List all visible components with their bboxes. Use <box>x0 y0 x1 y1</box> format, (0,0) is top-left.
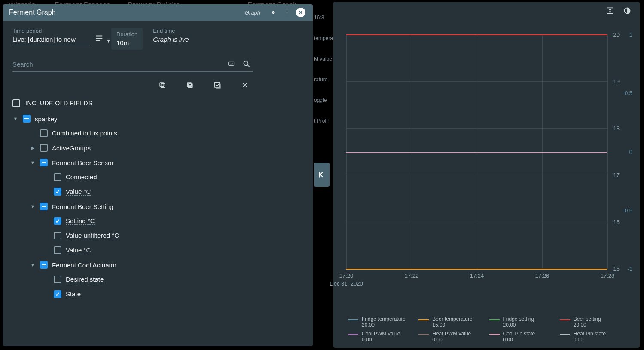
caret-icon[interactable]: ▼ <box>30 160 36 165</box>
theme-icon[interactable] <box>623 6 632 15</box>
collapse-icon[interactable] <box>267 6 279 18</box>
tree-item[interactable]: Combined influx points <box>12 126 303 141</box>
tree-checkbox[interactable] <box>54 217 61 225</box>
tree-checkbox[interactable] <box>23 115 31 123</box>
tree-checkbox[interactable] <box>40 203 48 210</box>
include-old-checkbox[interactable] <box>12 99 20 107</box>
legend-swatch <box>418 334 429 335</box>
dialog-title: Ferment Graph <box>9 9 245 16</box>
series-line <box>346 34 607 35</box>
caret-icon[interactable]: ▶ <box>30 145 36 151</box>
y1-tick-label: 20 <box>613 31 620 38</box>
collapse-sidebar-button[interactable] <box>314 163 330 187</box>
tree-item-label: Connected <box>66 173 97 181</box>
legend-value: 0.00 <box>432 337 471 343</box>
tree-item-label: Ferment Cool Actuator <box>52 261 116 269</box>
tree-item-label: State <box>66 290 81 298</box>
tree-checkbox[interactable] <box>54 276 61 283</box>
copy-add-icon[interactable] <box>184 80 195 91</box>
tree-item[interactable]: ▶ActiveGroups <box>12 141 303 155</box>
tree-item-label: Setting °C <box>66 217 95 225</box>
y2-tick-label: -0.5 <box>623 207 632 213</box>
legend-item[interactable]: Heat Pin state0.00 <box>560 331 625 343</box>
legend-swatch <box>560 319 570 320</box>
svg-rect-2 <box>161 84 165 88</box>
tree-checkbox[interactable] <box>54 232 61 239</box>
tree-checkbox[interactable] <box>54 173 61 181</box>
caret-icon[interactable]: ▼ <box>30 204 36 209</box>
legend-item[interactable]: Heat PWM value0.00 <box>418 331 484 343</box>
tree-item[interactable]: Setting °C <box>12 214 303 228</box>
y1-tick-label: 19 <box>613 78 620 85</box>
tree-checkbox[interactable] <box>40 144 48 152</box>
legend-value: 0.00 <box>503 337 535 343</box>
legend-item[interactable]: Cool Pin state0.00 <box>489 331 555 343</box>
tree-item-label: Value °C <box>66 188 91 196</box>
search-row <box>12 59 253 72</box>
legend-value: 15.00 <box>432 322 472 328</box>
svg-rect-3 <box>160 83 164 86</box>
duration-field[interactable]: Duration 10m <box>111 28 143 50</box>
legend-item[interactable]: Beer temperature15.00 <box>418 316 484 328</box>
tree-item[interactable]: ▼Ferment Beer Setting <box>12 199 303 214</box>
tree-item-label: Ferment Beer Sensor <box>52 159 113 166</box>
menu-icon[interactable]: ⋮ <box>281 6 293 18</box>
tree-item[interactable]: Desired state <box>12 272 303 287</box>
legend-name: Fridge setting <box>503 316 534 322</box>
copy-icon[interactable] <box>157 80 168 91</box>
tree-item[interactable]: ▼Ferment Beer Sensor <box>12 155 303 170</box>
legend-item[interactable]: Fridge temperature20.00 <box>348 316 413 328</box>
legend-name: Beer temperature <box>432 316 472 322</box>
series-line <box>346 152 607 152</box>
y1-tick-label: 17 <box>613 172 620 178</box>
y2-tick-label: 0.5 <box>625 90 632 96</box>
tree-item[interactable]: State <box>12 287 303 301</box>
tree-checkbox[interactable] <box>40 129 48 137</box>
tree-item[interactable]: Value unfiltered °C <box>12 228 303 243</box>
close-icon[interactable]: ✕ <box>295 6 307 18</box>
x-tick-label: 17:20 <box>339 273 354 279</box>
vertical-stretch-icon[interactable] <box>605 6 615 15</box>
svg-rect-5 <box>187 83 191 86</box>
tree-item-label: Value unfiltered °C <box>66 232 119 239</box>
field-tree: ▼ sparkey Combined influx points▶ActiveG… <box>12 111 303 301</box>
keyboard-icon[interactable] <box>225 59 238 69</box>
x-date-label: Dec 31, 2020 <box>330 280 363 287</box>
include-old-row[interactable]: INCLUDE OLD FIELDS <box>12 97 303 111</box>
caret-icon[interactable]: ▼ <box>30 262 36 267</box>
legend-value: 0.00 <box>574 337 606 343</box>
tree-item[interactable]: Connected <box>12 170 303 184</box>
tree-item-label: Value °C <box>66 246 91 254</box>
tree-checkbox[interactable] <box>40 159 48 166</box>
tree-item-label: ActiveGroups <box>52 144 91 152</box>
legend-item[interactable]: Beer setting20.00 <box>560 316 625 328</box>
legend-swatch <box>489 334 500 335</box>
search-icon[interactable] <box>240 59 253 69</box>
legend-item[interactable]: Fridge setting20.00 <box>489 316 555 328</box>
legend-value: 20.00 <box>503 322 534 328</box>
clear-icon[interactable] <box>239 80 250 91</box>
tree-item[interactable]: ▼Ferment Cool Actuator <box>12 258 303 272</box>
y1-tick-label: 18 <box>613 125 620 132</box>
end-time-field: End time Graph is live <box>153 28 189 45</box>
tree-checkbox[interactable] <box>54 188 61 196</box>
tree-item[interactable]: Value °C <box>12 184 303 199</box>
tree-checkbox[interactable] <box>54 246 61 254</box>
x-tick-label: 17:22 <box>405 273 419 279</box>
time-period-preset-icon[interactable] <box>92 31 106 45</box>
legend-name: Cool PWM value <box>362 331 400 337</box>
tree-checkbox[interactable] <box>54 290 61 298</box>
legend-item[interactable]: Cool PWM value0.00 <box>348 331 413 343</box>
tree-item[interactable]: Value °C <box>12 243 303 258</box>
y1-tick-label: 15 <box>613 266 620 272</box>
select-all-icon[interactable] <box>212 80 223 91</box>
legend-swatch <box>489 319 500 320</box>
tree-root[interactable]: ▼ sparkey <box>12 111 303 126</box>
chart[interactable]: 151617181920-1-0.500.5117:20Dec 31, 2020… <box>333 20 640 316</box>
graph-panel: 151617181920-1-0.500.5117:20Dec 31, 2020… <box>333 2 640 348</box>
legend-value: 20.00 <box>362 322 406 328</box>
time-period-field[interactable]: Time period Live: [duration] to now <box>12 28 90 45</box>
y2-tick-label: 1 <box>629 31 632 38</box>
search-input[interactable] <box>12 61 222 68</box>
tree-checkbox[interactable] <box>40 261 48 269</box>
